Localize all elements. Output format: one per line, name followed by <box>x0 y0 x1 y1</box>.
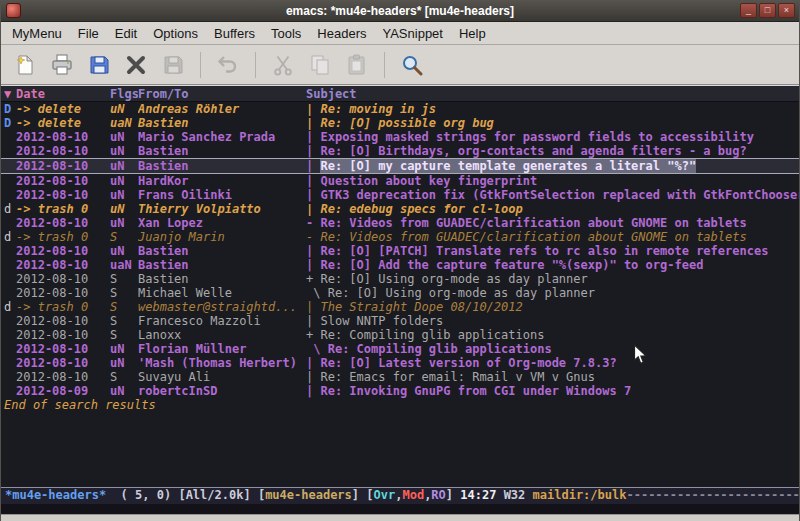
message-subject: | Re: moving in js <box>306 102 799 116</box>
message-flags: uN <box>110 342 138 356</box>
message-date: 2012-08-10 <box>16 328 110 342</box>
message-row[interactable]: 2012-08-10SLanoxx+ Re: Compiling glib ap… <box>1 328 799 342</box>
message-flags: uN <box>110 384 138 398</box>
message-subject: | The Straight Dope 08/10/2012 <box>306 300 799 314</box>
message-subject: | Re: [O] Add the capture feature "%(sex… <box>306 258 799 272</box>
message-from: Bastien <box>138 272 306 286</box>
message-from: Bastien <box>138 159 306 173</box>
message-subject: | Re: Invoking GnuPG from CGI under Wind… <box>306 384 799 398</box>
modeline-folder: maildir:/bulk <box>533 488 627 502</box>
message-date: 2012-08-10 <box>16 244 110 258</box>
message-row[interactable]: 2012-08-10uNFrans Oilinki| GTK3 deprecat… <box>1 188 799 202</box>
message-mark: d <box>4 300 16 314</box>
subject-text: Re: Videos from GUADEC/clarification abo… <box>320 216 746 230</box>
menu-help[interactable]: Help <box>451 23 494 44</box>
subject-text: Re: edebug specs for cl-loop <box>320 202 522 216</box>
close-button[interactable]: × <box>778 3 795 18</box>
paste-button <box>341 49 373 81</box>
menu-headers[interactable]: Headers <box>309 23 374 44</box>
message-date: -> trash 0 <box>16 230 110 244</box>
maximize-button[interactable]: □ <box>759 3 776 18</box>
message-row[interactable]: d-> trash 0uNThierry Volpiatto| Re: edeb… <box>1 202 799 216</box>
message-row[interactable]: 2012-08-10uNBastien| Re: [O] Birthdays, … <box>1 144 799 158</box>
menu-mymenu[interactable]: MyMenu <box>4 23 70 44</box>
print-button[interactable] <box>46 49 78 81</box>
message-flags: uN <box>110 244 138 258</box>
thread-prefix: | <box>306 159 320 173</box>
message-row[interactable]: D-> deleteuNAndreas Röhler| Re: moving i… <box>1 102 799 116</box>
message-row[interactable]: 2012-08-10uNHardKor| Question about key … <box>1 174 799 188</box>
echo-area[interactable] <box>1 504 799 514</box>
message-subject: | Re: [O] my capture template generates … <box>306 159 799 173</box>
message-date: -> trash 0 <box>16 300 110 314</box>
message-flags: S <box>110 314 138 328</box>
thread-prefix: | <box>306 202 320 216</box>
message-subject: - Re: Videos from GUADEC/clarification a… <box>306 216 799 230</box>
message-row[interactable]: d-> trash 0SJuanjo Marin- Re: Videos fro… <box>1 230 799 244</box>
menu-edit[interactable]: Edit <box>107 23 145 44</box>
message-from: 'Mash (Thomas Herbert) <box>138 356 306 370</box>
message-row[interactable]: 2012-08-10uNBastien| Re: [O] my capture … <box>1 158 799 174</box>
new-file-icon <box>13 53 37 77</box>
menu-options[interactable]: Options <box>145 23 206 44</box>
menu-tools[interactable]: Tools <box>263 23 309 44</box>
subject-text: Slow NNTP folders <box>320 314 443 328</box>
message-row[interactable]: 2012-08-10SFrancesco Mazzoli| Slow NNTP … <box>1 314 799 328</box>
message-row[interactable]: 2012-08-10uNXan Lopez- Re: Videos from G… <box>1 216 799 230</box>
subject-text: Question about key fingerprint <box>320 174 537 188</box>
message-row[interactable]: 2012-08-10uN'Mash (Thomas Herbert)| Re: … <box>1 356 799 370</box>
message-mark <box>4 258 16 272</box>
message-mark <box>4 356 16 370</box>
menu-buffers[interactable]: Buffers <box>206 23 263 44</box>
message-subject: \ Re: Compiling glib applications <box>306 342 799 356</box>
subject-text: Re: [O] Birthdays, org-contacts and agen… <box>320 144 746 158</box>
subject-text: GTK3 deprecation fix (GtkFontSelection r… <box>320 188 799 202</box>
message-list: D-> deleteuNAndreas Röhler| Re: moving i… <box>1 102 799 398</box>
message-row[interactable]: 2012-08-09uNrobertcInSD| Re: Invoking Gn… <box>1 384 799 398</box>
message-mark: d <box>4 230 16 244</box>
message-subject: \ Re: [O] Using org-mode as day planner <box>306 286 799 300</box>
header-line: ▼ Date Flgs From/To Subject <box>1 85 799 102</box>
undo-button <box>212 49 244 81</box>
message-from: robertcInSD <box>138 384 306 398</box>
message-subject: | Exposing masked strings for password f… <box>306 130 799 144</box>
thread-prefix: | <box>306 258 320 272</box>
menu-yasnippet[interactable]: YASnippet <box>374 23 450 44</box>
message-subject: | Re: [O] Birthdays, org-contacts and ag… <box>306 144 799 158</box>
save-button[interactable] <box>83 49 115 81</box>
message-mark <box>4 370 16 384</box>
thread-prefix: + <box>306 272 320 286</box>
message-mark <box>4 188 16 202</box>
message-subject: | Question about key fingerprint <box>306 174 799 188</box>
save-icon <box>87 53 111 77</box>
message-row[interactable]: 2012-08-10SSuvayu Ali| Re: Emacs for ema… <box>1 370 799 384</box>
new-file-button[interactable] <box>9 49 41 81</box>
message-row[interactable]: 2012-08-10uNFlorian Müllner \ Re: Compil… <box>1 342 799 356</box>
emacs-window: emacs: *mu4e-headers* [mu4e-headers] _ □… <box>0 0 800 521</box>
message-row[interactable]: D-> deleteuaNBastien| Re: [O] possible o… <box>1 116 799 130</box>
thread-prefix: | <box>306 384 320 398</box>
message-from: Bastien <box>138 258 306 272</box>
subject-text: Re: [O] possible org bug <box>320 116 493 130</box>
subject-text: Re: [O] Using org-mode as day planner <box>328 286 595 300</box>
message-row[interactable]: d-> trash 0Swebmaster@straightd...| The … <box>1 300 799 314</box>
kill-buffer-button[interactable] <box>120 49 152 81</box>
message-date: 2012-08-10 <box>16 130 110 144</box>
message-row[interactable]: 2012-08-10uNMario Sanchez Prada| Exposin… <box>1 130 799 144</box>
message-row[interactable]: 2012-08-10uNBastien| Re: [O] [PATCH] Tra… <box>1 244 799 258</box>
message-row[interactable]: 2012-08-10SMichael Welle \ Re: [O] Using… <box>1 286 799 300</box>
search-button[interactable] <box>396 49 428 81</box>
subject-text: The Straight Dope 08/10/2012 <box>320 300 522 314</box>
message-row[interactable]: 2012-08-10SBastien+ Re: [O] Using org-mo… <box>1 272 799 286</box>
subject-text: Re: moving in js <box>320 102 436 116</box>
message-from: Thierry Volpiatto <box>138 202 306 216</box>
message-date: 2012-08-10 <box>16 356 110 370</box>
message-from: Francesco Mazzoli <box>138 314 306 328</box>
resize-grip[interactable] <box>1 514 799 521</box>
message-row[interactable]: 2012-08-10uaNBastien| Re: [O] Add the ca… <box>1 258 799 272</box>
minimize-button[interactable]: _ <box>740 3 757 18</box>
thread-prefix: \ <box>306 286 328 300</box>
menu-file[interactable]: File <box>70 23 107 44</box>
message-from: Florian Müllner <box>138 342 306 356</box>
message-mark <box>4 144 16 158</box>
